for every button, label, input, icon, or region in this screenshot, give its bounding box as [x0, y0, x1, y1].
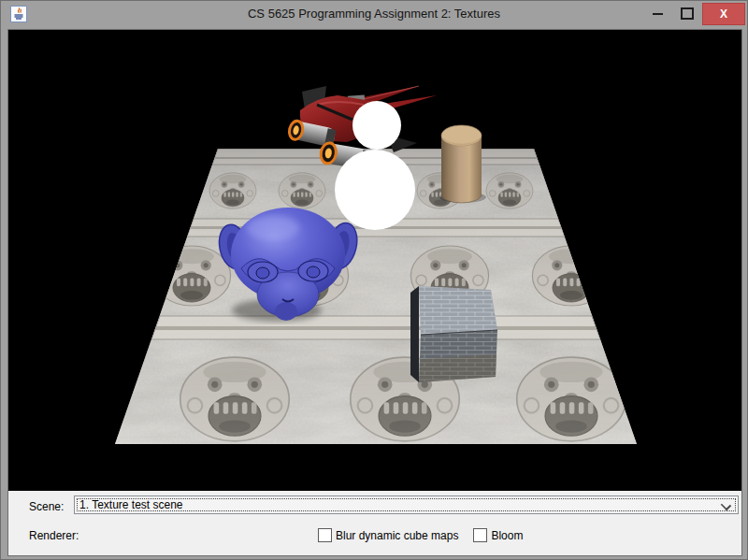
rendered-scene [8, 30, 741, 491]
window-content: Scene: 1. Texture test scene Renderer: B… [7, 29, 742, 556]
renderer-options: Blur dynamic cube maps Bloom [318, 528, 523, 542]
checkbox-blur-dynamic-cube-maps[interactable]: Blur dynamic cube maps [318, 528, 458, 542]
small-white-sphere [352, 101, 401, 150]
close-button[interactable]: X [702, 3, 745, 25]
scene-dropdown-value: 1. Texture test scene [79, 496, 183, 513]
checkbox-icon[interactable] [318, 528, 332, 542]
stone-cube [410, 286, 497, 382]
titlebar: CS 5625 Programming Assignment 2: Textur… [1, 1, 747, 26]
checkbox-bloom[interactable]: Bloom [473, 528, 523, 542]
cylinder [439, 125, 486, 203]
maximize-icon [681, 7, 694, 20]
chevron-down-icon [721, 500, 731, 510]
scene-dropdown[interactable]: 1. Texture test scene [74, 495, 739, 514]
minimize-button[interactable] [648, 1, 669, 25]
window-title: CS 5625 Programming Assignment 2: Textur… [1, 1, 747, 26]
checkbox-label: Blur dynamic cube maps [336, 529, 458, 542]
maximize-button[interactable] [676, 1, 697, 25]
app-window: CS 5625 Programming Assignment 2: Textur… [0, 0, 748, 560]
renderer-label: Renderer: [29, 529, 79, 542]
scene-label: Scene: [29, 500, 64, 513]
large-white-sphere [335, 150, 415, 230]
control-panel: Scene: 1. Texture test scene Renderer: B… [8, 491, 741, 555]
checkbox-label: Bloom [491, 529, 523, 542]
minimize-icon [653, 13, 663, 15]
opengl-viewport[interactable] [8, 30, 741, 491]
checkbox-icon[interactable] [473, 528, 487, 542]
